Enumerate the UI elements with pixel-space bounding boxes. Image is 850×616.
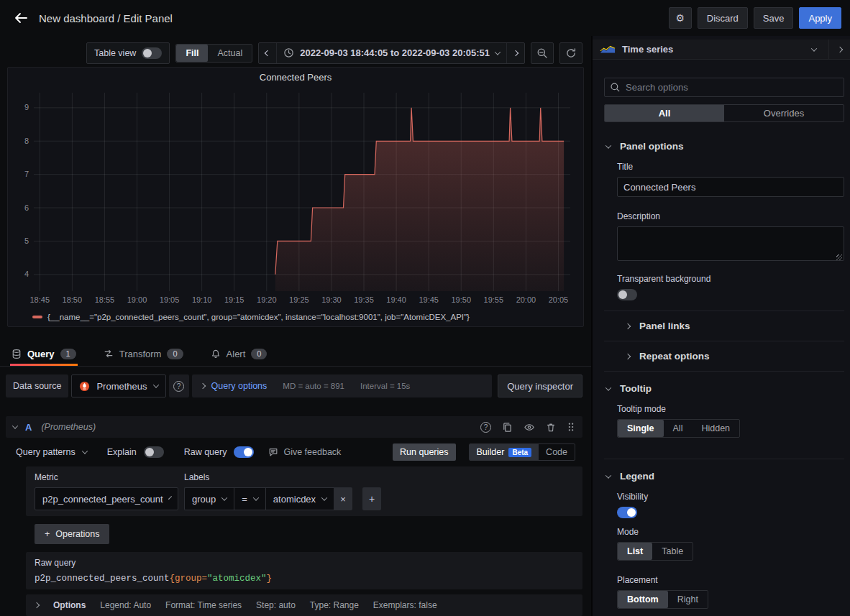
- section-panel-options[interactable]: Panel options: [604, 122, 844, 162]
- tooltip-mode-single[interactable]: Single: [618, 420, 664, 437]
- legend-label[interactable]: {__name__="p2p_connected_peers_count", g…: [47, 313, 470, 321]
- tooltip-mode-hidden[interactable]: Hidden: [692, 420, 739, 437]
- save-button[interactable]: Save: [754, 7, 794, 29]
- time-shift-forward-button[interactable]: [506, 43, 524, 63]
- repeat-options-section[interactable]: Repeat options: [604, 341, 844, 372]
- visualization-picker[interactable]: Time series: [593, 40, 850, 60]
- svg-text:19:25: 19:25: [289, 295, 309, 304]
- section-tooltip[interactable]: Tooltip: [604, 372, 844, 404]
- search-options-input[interactable]: [604, 78, 844, 97]
- tab-query[interactable]: Query 1: [10, 341, 78, 366]
- explain-label: Explain: [107, 447, 137, 457]
- actual-option[interactable]: Actual: [208, 45, 252, 62]
- raw-query-code[interactable]: p2p_connected_peers_count{group="atomicd…: [35, 574, 574, 584]
- raw-query-label: Raw query: [184, 447, 227, 457]
- back-button[interactable]: [9, 6, 33, 30]
- time-series-chart[interactable]: 45678918:4518:5018:5519:0019:0519:1019:1…: [14, 87, 577, 310]
- prometheus-icon: [79, 381, 90, 392]
- label-value-select[interactable]: atomicdex: [265, 487, 334, 510]
- panel-settings-button[interactable]: ⚙: [669, 7, 692, 29]
- query-inspector-button[interactable]: Query inspector: [498, 374, 582, 397]
- refresh-button[interactable]: [559, 42, 582, 64]
- time-shift-back-button[interactable]: [259, 43, 276, 63]
- section-legend[interactable]: Legend: [604, 459, 844, 492]
- time-range-button[interactable]: 2022-09-03 18:44:05 to 2022-09-03 20:05:…: [276, 43, 506, 63]
- transparent-background-label: Transparent background: [617, 274, 844, 284]
- options-step: Step: auto: [256, 600, 296, 610]
- datasource-select[interactable]: Prometheus: [71, 374, 165, 397]
- discard-button[interactable]: Discard: [698, 7, 748, 29]
- legend-placement-label: Placement: [617, 575, 844, 585]
- drag-handle-icon[interactable]: [567, 422, 575, 432]
- chart-svg: 45678918:4518:5018:5519:0019:0519:1019:1…: [14, 87, 577, 310]
- clock-icon: [283, 47, 294, 58]
- label-key-select[interactable]: group: [184, 487, 234, 510]
- filter-overrides[interactable]: Overrides: [724, 105, 844, 121]
- add-operations-button[interactable]: + Operations: [35, 524, 109, 544]
- legend-placement-right[interactable]: Right: [668, 591, 708, 608]
- legend-mode-table[interactable]: Table: [652, 543, 693, 560]
- chevron-down-icon: [221, 495, 227, 500]
- tab-transform[interactable]: Transform 0: [102, 341, 185, 366]
- query-options-collapsed-row[interactable]: Options Legend: Auto Format: Time series…: [26, 594, 582, 616]
- raw-query-key: group=: [175, 574, 207, 584]
- edit-panel-left: Table view Fill Actual 2022-09-03 18:44:…: [0, 36, 591, 616]
- transparent-background-switch[interactable]: [617, 289, 637, 300]
- legend-mode-list[interactable]: List: [618, 543, 652, 560]
- panel-preview[interactable]: Connected Peers 45678918:4518:5018:5519:…: [7, 67, 584, 327]
- options-exemplars: Exemplars: false: [373, 600, 437, 610]
- time-series-viz-icon: [600, 45, 616, 55]
- code-option[interactable]: Code: [539, 444, 575, 460]
- legend-visibility-switch[interactable]: [617, 507, 637, 518]
- legend-placement-group: Bottom Right: [617, 590, 708, 609]
- chevron-right-icon: [836, 46, 842, 52]
- metric-select[interactable]: p2p_connected_peers_count: [35, 487, 178, 510]
- query-patterns-button[interactable]: Query patterns: [16, 447, 76, 457]
- query-refid: A: [25, 422, 32, 433]
- eye-icon[interactable]: [524, 422, 535, 433]
- panel-links-section[interactable]: Panel links: [604, 311, 844, 341]
- svg-text:4: 4: [24, 270, 29, 279]
- duplicate-icon[interactable]: [502, 422, 513, 433]
- svg-text:19:55: 19:55: [484, 295, 504, 304]
- give-feedback-link[interactable]: Give feedback: [268, 447, 341, 457]
- table-view-switch[interactable]: [142, 47, 162, 59]
- builder-option[interactable]: Builder Beta: [470, 444, 539, 460]
- svg-text:19:30: 19:30: [321, 295, 342, 304]
- query-row-header[interactable]: A (Prometheus) ?: [6, 416, 582, 438]
- time-picker: 2022-09-03 18:44:05 to 2022-09-03 20:05:…: [258, 42, 525, 64]
- fill-option[interactable]: Fill: [176, 45, 208, 62]
- resize-handle-icon[interactable]: [836, 254, 842, 260]
- zoom-out-icon: [536, 47, 548, 59]
- run-queries-button[interactable]: Run queries: [393, 443, 455, 461]
- help-icon[interactable]: ?: [480, 422, 491, 433]
- toggle-sidebar-button[interactable]: [828, 40, 850, 59]
- add-label-button[interactable]: +: [362, 487, 381, 510]
- panel-description-textarea[interactable]: [617, 226, 844, 261]
- apply-button[interactable]: Apply: [799, 7, 841, 29]
- explain-switch[interactable]: [144, 446, 164, 458]
- query-toolbar: Query patterns Explain Raw query Give fe…: [6, 441, 582, 463]
- filter-all[interactable]: All: [605, 105, 724, 121]
- fill-actual-group: Fill Actual: [175, 44, 252, 63]
- tooltip-mode-all[interactable]: All: [664, 420, 693, 437]
- topbar-actions: ⚙ Discard Save Apply: [669, 7, 841, 29]
- section-panel-options-title: Panel options: [620, 141, 684, 152]
- remove-label-button[interactable]: ×: [334, 487, 352, 510]
- label-operator-select[interactable]: =: [234, 487, 265, 510]
- metric-value: p2p_connected_peers_count: [42, 494, 163, 505]
- tab-alert[interactable]: Alert 0: [209, 341, 269, 366]
- raw-query-brace-close: }: [267, 574, 273, 584]
- zoom-out-button[interactable]: [531, 42, 554, 64]
- table-view-toggle[interactable]: Table view: [86, 42, 170, 64]
- raw-query-switch[interactable]: [234, 446, 254, 458]
- query-datasource-name: (Prometheus): [41, 422, 96, 432]
- query-options-toggle[interactable]: Query options: [201, 381, 268, 391]
- trash-icon[interactable]: [546, 422, 556, 433]
- legend-placement-bottom[interactable]: Bottom: [618, 591, 668, 608]
- metric-labels-box: Metric Labels p2p_connected_peers_count …: [26, 466, 582, 516]
- datasource-help-button[interactable]: ?: [169, 374, 189, 397]
- raw-query-label: Raw query: [35, 558, 574, 568]
- svg-text:9: 9: [24, 104, 29, 112]
- panel-title-input[interactable]: [617, 177, 844, 197]
